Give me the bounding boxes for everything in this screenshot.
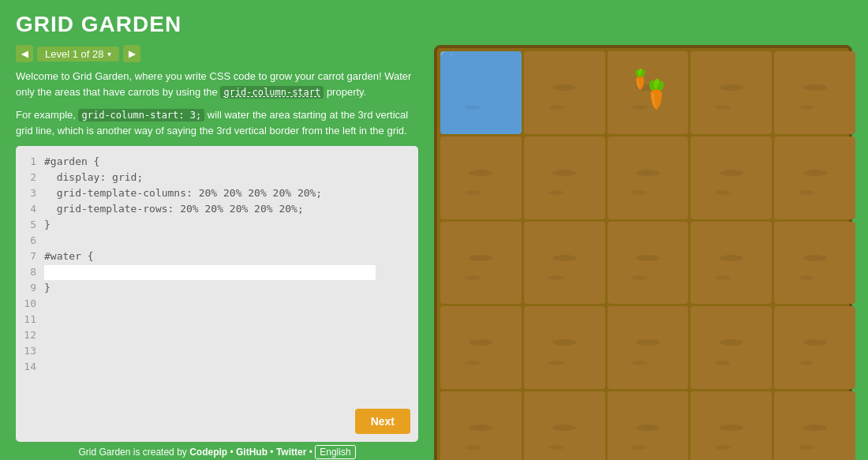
desc2-code: grid-column-start: 3; [78,109,204,122]
level-control: ◀ Level 1 of 28 ▾ ▶ [16,45,140,62]
footer-text1: Grid Garden is created by [78,447,189,458]
garden-cell-3-3 [608,222,689,305]
left-panel: ◀ Level 1 of 28 ▾ ▶ Welcome to Grid Gard… [16,45,418,460]
code-line-13: 13 [24,343,410,359]
line-num-8: 8 [24,264,36,280]
code-line-11: 11 [24,312,410,327]
code-text-1: #garden { [44,154,99,170]
line-num-12: 12 [24,327,36,343]
carrot-svg-1 [626,69,669,116]
line-num-4: 4 [24,201,36,217]
garden-cell-4-2 [524,306,605,389]
code-line-10: 10 [24,296,410,312]
garden-cell-5-5 [774,391,855,460]
code-text-3: grid-template-columns: 20% 20% 20% 20% 2… [44,185,322,201]
garden-cell-1-3 [608,51,689,134]
github-link[interactable]: GitHub [236,447,268,458]
carrot-container [608,51,689,134]
code-line-12: 12 [24,327,410,343]
footer-bullet2: • [268,447,276,458]
line-num-7: 7 [24,249,36,264]
garden-cell-4-5 [774,306,855,389]
css-input[interactable] [44,265,376,280]
line-num-13: 13 [24,343,36,359]
garden-cell-5-4 [690,391,772,460]
code-line-1: 1 #garden { [24,154,410,170]
line-num-10: 10 [24,296,36,312]
level-navigation: ◀ Level 1 of 28 ▾ ▶ [16,45,418,62]
garden-cell-5-2 [524,391,605,460]
english-badge[interactable]: English [315,445,355,459]
garden-cell-1-1 [440,51,522,134]
line-num-9: 9 [24,280,36,296]
code-line-8: 8 [24,264,410,280]
code-text-7: #water { [44,249,94,264]
level-dropdown[interactable]: Level 1 of 28 ▾ [37,47,119,62]
main-layout: ◀ Level 1 of 28 ▾ ▶ Welcome to Grid Gard… [16,45,852,460]
garden-cell-3-4 [690,222,772,305]
code-line-14: 14 [24,359,410,375]
app-title: GRID GARDEN [16,12,852,37]
code-line-6: 6 [24,233,410,249]
footer-bullet3: • [306,447,315,458]
next-button[interactable]: Next [355,409,410,434]
garden-cell-3-2 [524,222,605,305]
garden-cell-1-2 [524,51,605,134]
garden-cell-2-3 [608,137,689,219]
line-num-1: 1 [24,154,36,170]
garden-cell-1-4 [690,51,772,134]
garden-cell-2-1 [440,137,522,219]
garden-panel [434,45,852,460]
desc1-text-after: property. [324,86,366,98]
garden-container [434,45,852,460]
line-num-3: 3 [24,185,36,201]
garden-cell-4-1 [440,306,522,389]
line-num-2: 2 [24,170,36,185]
code-line-9: 9 } [24,280,410,296]
level-label: Level 1 of 28 [45,48,103,60]
twitter-link[interactable]: Twitter [276,447,306,458]
garden-cell-1-5 [774,51,855,134]
code-line-7: 7 #water { [24,249,410,264]
footer-bullet1: • [227,447,236,458]
garden-cell-3-5 [774,222,855,305]
garden-cell-5-1 [440,391,522,460]
chevron-down-icon: ▾ [107,50,111,58]
garden-cell-4-3 [608,306,689,389]
garden-cell-2-5 [774,137,855,219]
prev-level-button[interactable]: ◀ [16,45,33,62]
desc2-text-before: For example, [16,109,78,121]
code-text-4: grid-template-rows: 20% 20% 20% 20% 20%; [44,201,304,217]
line-num-14: 14 [24,359,36,375]
code-line-2: 2 display: grid; [24,170,410,185]
garden-cell-4-4 [690,306,772,389]
line-num-11: 11 [24,312,36,327]
code-text-9: } [44,280,51,296]
line-num-5: 5 [24,217,36,233]
garden-cell-2-2 [524,137,605,219]
garden-cell-3-1 [440,222,522,305]
code-line-4: 4 grid-template-rows: 20% 20% 20% 20% 20… [24,201,410,217]
code-editor: 1 #garden { 2 display: grid; 3 grid-temp… [16,146,418,442]
description-paragraph-1: Welcome to Grid Garden, where you write … [16,69,418,99]
code-line-5: 5 } [24,217,410,233]
codepip-link[interactable]: Codepip [189,447,227,458]
description-paragraph-2: For example, grid-column-start: 3; will … [16,107,418,138]
code-line-3: 3 grid-template-columns: 20% 20% 20% 20%… [24,185,410,201]
code-text-5: } [44,217,51,233]
line-num-6: 6 [24,233,36,249]
desc1-code: grid-column-start [220,86,324,99]
garden-cell-5-3 [608,391,689,460]
garden-grid [440,51,846,460]
garden-cell-2-4 [690,137,772,219]
next-level-button[interactable]: ▶ [123,45,140,62]
footer: Grid Garden is created by Codepip • GitH… [16,447,418,458]
code-text-2: display: grid; [44,170,143,185]
code-lines-container: 1 #garden { 2 display: grid; 3 grid-temp… [24,154,410,375]
